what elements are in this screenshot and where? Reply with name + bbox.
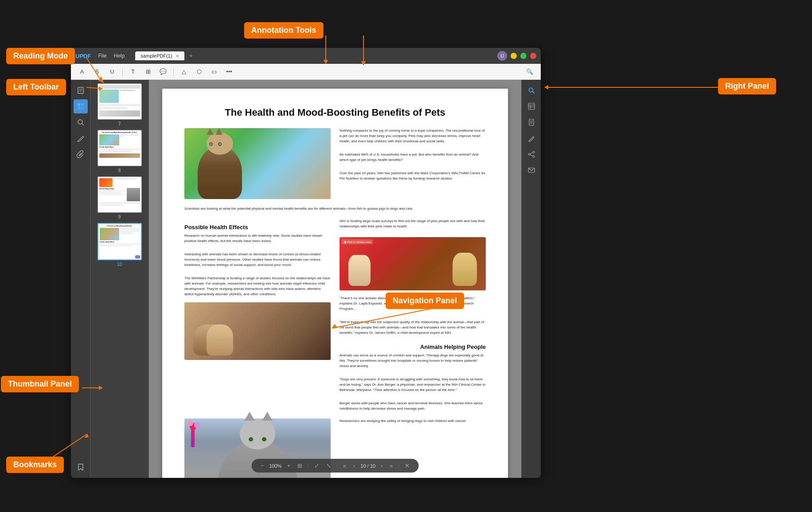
tool-more[interactable]: ••• bbox=[223, 66, 235, 78]
next-page-btn[interactable]: › bbox=[379, 461, 384, 470]
svg-rect-23 bbox=[78, 107, 80, 109]
tool-text-highlight[interactable]: A bbox=[76, 66, 88, 78]
annotation-tools-callout: Annotation Tools bbox=[244, 22, 324, 39]
right-panel-email-icon[interactable] bbox=[524, 163, 539, 177]
pdf-animals-text-1: Animals can serve as a source of comfort… bbox=[340, 353, 486, 369]
zoom-out-btn[interactable]: − bbox=[259, 461, 266, 470]
pdf-section2-title: Animals Helping People bbox=[340, 344, 486, 350]
pdf-left-column: Possible Health Effects Research on huma… bbox=[184, 219, 331, 411]
last-page-btn[interactable]: » bbox=[388, 461, 394, 470]
right-panel-doc-icon[interactable] bbox=[524, 115, 539, 129]
menu-help[interactable]: Help bbox=[114, 53, 125, 59]
menu-file[interactable]: File bbox=[98, 53, 106, 59]
tool-polygon[interactable]: ⬡ bbox=[193, 66, 205, 78]
user-avatar[interactable]: U bbox=[497, 51, 507, 61]
pdf-intro-section: Nothing compares to the joy of coming ho… bbox=[184, 128, 486, 199]
app-logo: UPDF bbox=[75, 53, 91, 59]
sidebar-icon-pages[interactable] bbox=[74, 83, 88, 98]
sidebar-icon-annotations[interactable] bbox=[74, 131, 88, 145]
svg-line-27 bbox=[77, 141, 78, 142]
thumbnail-img-9: NIH is funding large-scale surveys to fi… bbox=[98, 176, 142, 213]
left-toolbar-callout: Left Toolbar bbox=[6, 79, 66, 95]
pdf-right-column: NIH is funding large-scale surveys to fi… bbox=[340, 219, 486, 411]
minimize-btn[interactable] bbox=[511, 53, 517, 59]
tool-rectangle[interactable]: ▭ bbox=[208, 66, 220, 78]
thumbnail-panel-callout: Thumbnail Panel bbox=[1, 376, 79, 392]
thumbnail-img-10: The Health and Mood-Boosting Benefits Po… bbox=[98, 223, 142, 260]
annotation-toolbar: A S U T ⊞ 💬 △ ⬡ ▭ ••• 🔍 bbox=[71, 64, 541, 80]
pdf-researchers-text: Researchers are studying the safety of b… bbox=[340, 418, 486, 424]
tool-strikethrough[interactable]: S bbox=[91, 66, 103, 78]
tool-textbox[interactable]: ⊞ bbox=[142, 66, 154, 78]
sidebar-icon-bookmark[interactable] bbox=[74, 460, 88, 474]
svg-line-42 bbox=[530, 155, 533, 156]
sidebar-icon-search[interactable] bbox=[74, 115, 88, 129]
svg-line-29 bbox=[532, 92, 535, 94]
right-panel bbox=[521, 80, 541, 478]
tab-close-btn[interactable]: ✕ bbox=[176, 54, 179, 59]
right-panel-share-icon[interactable] bbox=[524, 147, 539, 161]
svg-point-25 bbox=[78, 120, 82, 124]
right-panel-edit-icon[interactable] bbox=[524, 131, 539, 145]
pdf-page: The Health and Mood-Boosting Benefits of… bbox=[162, 89, 508, 478]
tool-search-right[interactable]: 🔍 bbox=[524, 66, 535, 78]
pdf-mars-text: The NIH/Mars Partnership is funding a ra… bbox=[184, 276, 331, 297]
window-actions: U bbox=[497, 51, 536, 61]
nav-close-btn[interactable]: ✕ bbox=[403, 461, 411, 470]
first-page-btn[interactable]: « bbox=[341, 461, 348, 470]
app-window: UPDF File Help samplePDF(1) ✕ ＋ U A S U … bbox=[71, 48, 541, 478]
pdf-cortisol-text: Interacting with animals has been shown … bbox=[184, 252, 331, 268]
navigation-panel-callout: Navigation Panel bbox=[386, 293, 464, 309]
right-panel-search-icon[interactable] bbox=[524, 83, 539, 98]
zoom-level: 100% bbox=[269, 463, 281, 469]
thumbnail-img-8: The Health and Mood-Boosting Benefits of… bbox=[98, 130, 142, 166]
pdf-section1-title: Possible Health Effects bbox=[184, 224, 331, 231]
thumbnail-item-9[interactable]: NIH is funding large-scale surveys to fi… bbox=[95, 176, 144, 219]
tool-comment[interactable]: 💬 bbox=[157, 66, 169, 78]
expand-btn[interactable]: ⤢ bbox=[312, 461, 321, 470]
pdf-scientists-text: Scientists are looking at what the poten… bbox=[184, 206, 486, 211]
svg-rect-24 bbox=[81, 107, 84, 109]
menu-bar: File Help bbox=[98, 53, 125, 59]
title-bar: UPDF File Help samplePDF(1) ✕ ＋ U bbox=[71, 48, 541, 64]
svg-line-41 bbox=[530, 152, 533, 154]
svg-marker-13 bbox=[544, 85, 548, 90]
svg-line-26 bbox=[82, 124, 84, 125]
pdf-cat-image bbox=[184, 128, 331, 199]
tool-shapes[interactable]: △ bbox=[178, 66, 190, 78]
collapse-btn[interactable]: ⤡ bbox=[324, 461, 333, 470]
maximize-btn[interactable] bbox=[520, 53, 527, 59]
left-sidebar bbox=[71, 80, 90, 478]
prev-page-btn[interactable]: ‹ bbox=[351, 461, 357, 470]
thumbnail-num-9: 9 bbox=[118, 215, 121, 219]
thumbnail-num-10: 10 bbox=[117, 262, 122, 267]
svg-point-40 bbox=[533, 156, 535, 157]
pdf-body-text-3: Over the past 10 years, NIH has partnere… bbox=[340, 171, 486, 181]
right-panel-table-icon[interactable] bbox=[524, 99, 539, 113]
pdf-title: The Health and Mood-Boosting Benefits of… bbox=[184, 106, 486, 119]
sidebar-icon-attachments[interactable] bbox=[74, 147, 88, 161]
sidebar-icon-thumbnail[interactable] bbox=[74, 99, 88, 113]
fit-page-btn[interactable]: ⊞ bbox=[296, 461, 304, 470]
tool-underline[interactable]: U bbox=[106, 66, 118, 78]
thumbnail-num-8: 8 bbox=[118, 168, 121, 173]
zoom-in-btn[interactable]: + bbox=[285, 461, 292, 470]
pdf-body-text-1: Nothing compares to the joy of coming ho… bbox=[340, 128, 486, 144]
thumbnail-panel: text content here goes on 7 The Health a… bbox=[90, 80, 149, 478]
bookmarks-callout: Bookmarks bbox=[6, 457, 64, 473]
thumbnail-item-7[interactable]: text content here goes on 7 bbox=[95, 83, 144, 126]
tab-sample-pdf[interactable]: samplePDF(1) ✕ bbox=[135, 51, 184, 60]
svg-rect-22 bbox=[81, 103, 84, 106]
svg-rect-21 bbox=[78, 103, 80, 106]
thumbnail-item-10[interactable]: The Health and Mood-Boosting Benefits Po… bbox=[95, 223, 144, 267]
pdf-health-effects-text: Research on human-animal interactions is… bbox=[184, 233, 331, 244]
toolbar-separator-1 bbox=[122, 67, 123, 76]
new-tab-btn[interactable]: ＋ bbox=[188, 52, 194, 60]
close-btn[interactable] bbox=[530, 53, 536, 59]
tool-text[interactable]: T bbox=[127, 66, 139, 78]
svg-rect-30 bbox=[528, 103, 535, 109]
tab-bar: samplePDF(1) ✕ ＋ bbox=[135, 51, 194, 60]
pdf-main-section: Possible Health Effects Research on huma… bbox=[184, 219, 486, 411]
svg-point-38 bbox=[528, 153, 530, 155]
thumbnail-item-8[interactable]: The Health and Mood-Boosting Benefits of… bbox=[95, 130, 144, 173]
